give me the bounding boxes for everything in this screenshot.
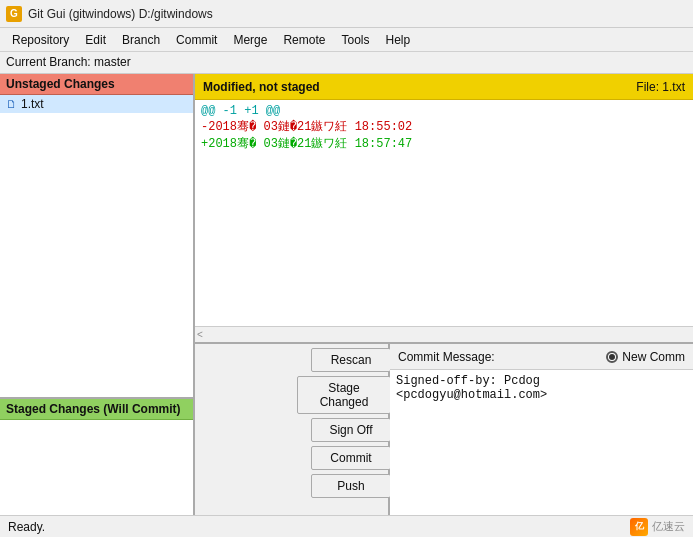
menu-commit[interactable]: Commit	[168, 31, 225, 49]
staged-file-list[interactable]	[0, 420, 193, 519]
staged-section: Staged Changes (Will Commit)	[0, 399, 193, 519]
watermark-text: 亿速云	[652, 519, 685, 534]
menu-help[interactable]: Help	[377, 31, 418, 49]
sign-off-button[interactable]: Sign Off	[311, 418, 391, 442]
commit-buttons-panel: Rescan Stage Changed Sign Off Commit Pus…	[195, 344, 390, 537]
commit-area: Rescan Stage Changed Sign Off Commit Pus…	[195, 342, 693, 537]
new-commit-radio[interactable]	[606, 351, 618, 363]
branch-bar: Current Branch: master	[0, 52, 693, 74]
diff-header: Modified, not staged File: 1.txt	[195, 74, 693, 100]
menu-remote[interactable]: Remote	[275, 31, 333, 49]
stage-changed-button[interactable]: Stage Changed	[297, 376, 391, 414]
watermark-logo: 亿	[630, 518, 648, 536]
diff-hunk-line: @@ -1 +1 @@	[201, 104, 687, 118]
watermark: 亿 亿速云	[630, 518, 685, 536]
menu-tools[interactable]: Tools	[333, 31, 377, 49]
staged-header: Staged Changes (Will Commit)	[0, 399, 193, 420]
new-commit-option[interactable]: New Comm	[606, 350, 685, 364]
commit-message-area: Commit Message: New Comm	[390, 344, 693, 537]
menu-bar: Repository Edit Branch Commit Merge Remo…	[0, 28, 693, 52]
app-icon: G	[6, 6, 22, 22]
file-icon: 🗋	[6, 98, 17, 110]
commit-message-header: Commit Message: New Comm	[390, 344, 693, 370]
diff-file-label: File: 1.txt	[636, 80, 685, 94]
commit-button[interactable]: Commit	[311, 446, 391, 470]
diff-hscroll[interactable]: <	[195, 326, 693, 342]
rescan-button[interactable]: Rescan	[311, 348, 391, 372]
status-text: Ready.	[8, 520, 45, 534]
push-button[interactable]: Push	[311, 474, 391, 498]
status-bar: Ready. 亿 亿速云	[0, 515, 693, 537]
commit-message-textarea[interactable]	[390, 370, 693, 537]
current-branch-text: Current Branch: master	[6, 55, 131, 69]
left-panel: Unstaged Changes 🗋 1.txt Staged Changes …	[0, 74, 195, 537]
diff-area[interactable]: @@ -1 +1 @@ -2018骞� 03鏈�21鏃ワ紝 18:55:02 +…	[195, 100, 693, 326]
menu-repository[interactable]: Repository	[4, 31, 77, 49]
menu-branch[interactable]: Branch	[114, 31, 168, 49]
diff-added-line: +2018骞� 03鏈�21鏃ワ紝 18:57:47	[201, 135, 687, 152]
menu-edit[interactable]: Edit	[77, 31, 114, 49]
right-panel: Modified, not staged File: 1.txt @@ -1 +…	[195, 74, 693, 537]
menu-merge[interactable]: Merge	[225, 31, 275, 49]
title-bar: G Git Gui (gitwindows) D:/gitwindows	[0, 0, 693, 28]
diff-status: Modified, not staged	[203, 80, 320, 94]
unstaged-header: Unstaged Changes	[0, 74, 193, 95]
unstaged-section: Unstaged Changes 🗋 1.txt	[0, 74, 193, 399]
main-layout: Unstaged Changes 🗋 1.txt Staged Changes …	[0, 74, 693, 537]
list-item[interactable]: 🗋 1.txt	[0, 95, 193, 113]
file-name: 1.txt	[21, 97, 44, 111]
title-bar-text: Git Gui (gitwindows) D:/gitwindows	[28, 7, 213, 21]
new-commit-label: New Comm	[622, 350, 685, 364]
hscroll-left[interactable]: <	[197, 329, 203, 340]
commit-message-label: Commit Message:	[398, 350, 495, 364]
unstaged-file-list[interactable]: 🗋 1.txt	[0, 95, 193, 397]
diff-removed-line: -2018骞� 03鏈�21鏃ワ紝 18:55:02	[201, 118, 687, 135]
